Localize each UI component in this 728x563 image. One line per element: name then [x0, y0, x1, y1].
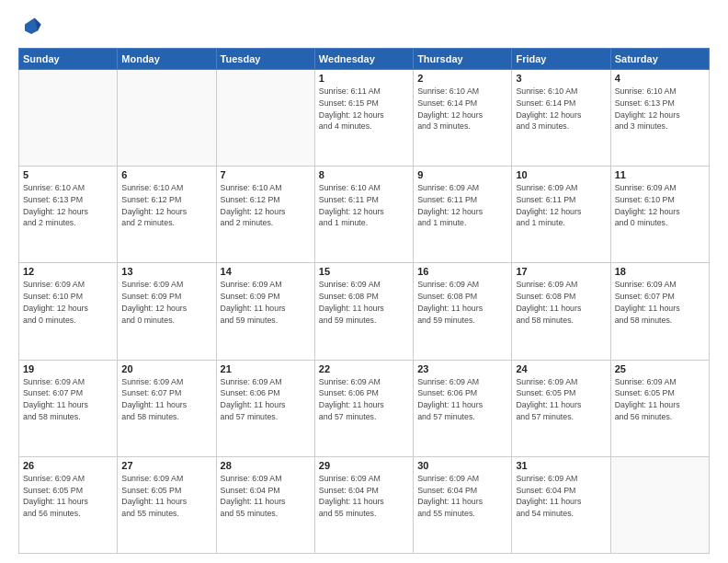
day-number: 31 [516, 460, 606, 471]
day-info: Sunrise: 6:09 AM Sunset: 6:06 PM Dayligh… [417, 376, 507, 423]
day-number: 12 [23, 266, 113, 277]
day-number: 16 [417, 266, 507, 277]
calendar-cell: 6Sunrise: 6:10 AM Sunset: 6:12 PM Daylig… [118, 167, 216, 263]
day-info: Sunrise: 6:10 AM Sunset: 6:12 PM Dayligh… [121, 182, 211, 229]
day-number: 29 [319, 460, 409, 471]
calendar-week-3: 19Sunrise: 6:09 AM Sunset: 6:07 PM Dayli… [19, 360, 710, 456]
calendar-cell: 29Sunrise: 6:09 AM Sunset: 6:04 PM Dayli… [314, 456, 413, 553]
day-info: Sunrise: 6:09 AM Sunset: 6:07 PM Dayligh… [23, 376, 113, 423]
calendar-cell: 27Sunrise: 6:09 AM Sunset: 6:05 PM Dayli… [118, 456, 216, 553]
calendar-cell [216, 70, 314, 167]
day-number: 24 [516, 363, 606, 374]
calendar-cell: 31Sunrise: 6:09 AM Sunset: 6:04 PM Dayli… [512, 456, 610, 553]
logo [18, 15, 48, 40]
calendar-cell: 13Sunrise: 6:09 AM Sunset: 6:09 PM Dayli… [118, 263, 216, 360]
calendar-cell: 1Sunrise: 6:11 AM Sunset: 6:15 PM Daylig… [314, 70, 413, 167]
weekday-header-sunday: Sunday [19, 49, 118, 70]
day-info: Sunrise: 6:10 AM Sunset: 6:11 PM Dayligh… [319, 182, 409, 229]
day-info: Sunrise: 6:09 AM Sunset: 6:10 PM Dayligh… [23, 279, 113, 326]
day-number: 3 [516, 73, 606, 84]
day-number: 8 [319, 169, 409, 180]
day-info: Sunrise: 6:10 AM Sunset: 6:13 PM Dayligh… [615, 86, 705, 132]
day-number: 23 [417, 363, 507, 374]
day-number: 27 [121, 460, 211, 471]
calendar-cell: 26Sunrise: 6:09 AM Sunset: 6:05 PM Dayli… [19, 456, 118, 553]
day-info: Sunrise: 6:09 AM Sunset: 6:06 PM Dayligh… [221, 376, 311, 423]
calendar-cell: 3Sunrise: 6:10 AM Sunset: 6:14 PM Daylig… [512, 70, 610, 167]
day-info: Sunrise: 6:11 AM Sunset: 6:15 PM Dayligh… [319, 86, 409, 132]
day-info: Sunrise: 6:09 AM Sunset: 6:05 PM Dayligh… [615, 376, 705, 423]
calendar-week-0: 1Sunrise: 6:11 AM Sunset: 6:15 PM Daylig… [19, 70, 710, 167]
calendar-cell: 2Sunrise: 6:10 AM Sunset: 6:14 PM Daylig… [414, 70, 512, 167]
day-info: Sunrise: 6:09 AM Sunset: 6:04 PM Dayligh… [516, 473, 606, 520]
calendar-cell: 7Sunrise: 6:10 AM Sunset: 6:12 PM Daylig… [216, 167, 314, 263]
day-info: Sunrise: 6:10 AM Sunset: 6:12 PM Dayligh… [221, 182, 311, 229]
calendar-week-4: 26Sunrise: 6:09 AM Sunset: 6:05 PM Dayli… [19, 456, 710, 553]
day-info: Sunrise: 6:10 AM Sunset: 6:14 PM Dayligh… [516, 86, 606, 132]
day-info: Sunrise: 6:09 AM Sunset: 6:07 PM Dayligh… [121, 376, 211, 423]
calendar-cell: 16Sunrise: 6:09 AM Sunset: 6:08 PM Dayli… [414, 263, 512, 360]
day-info: Sunrise: 6:09 AM Sunset: 6:05 PM Dayligh… [23, 473, 113, 520]
calendar-cell: 28Sunrise: 6:09 AM Sunset: 6:04 PM Dayli… [216, 456, 314, 553]
day-info: Sunrise: 6:10 AM Sunset: 6:13 PM Dayligh… [23, 182, 113, 229]
day-number: 9 [417, 169, 507, 180]
header [18, 15, 710, 40]
day-number: 20 [121, 363, 211, 374]
day-number: 17 [516, 266, 606, 277]
day-info: Sunrise: 6:09 AM Sunset: 6:05 PM Dayligh… [516, 376, 606, 423]
day-info: Sunrise: 6:09 AM Sunset: 6:10 PM Dayligh… [615, 182, 705, 229]
calendar-table: SundayMondayTuesdayWednesdayThursdayFrid… [18, 48, 710, 554]
calendar-cell [19, 70, 118, 167]
day-info: Sunrise: 6:09 AM Sunset: 6:04 PM Dayligh… [417, 473, 507, 520]
calendar-cell: 5Sunrise: 6:10 AM Sunset: 6:13 PM Daylig… [19, 167, 118, 263]
day-number: 11 [615, 169, 705, 180]
calendar-cell: 17Sunrise: 6:09 AM Sunset: 6:08 PM Dayli… [512, 263, 610, 360]
calendar-cell: 22Sunrise: 6:09 AM Sunset: 6:06 PM Dayli… [314, 360, 413, 456]
calendar-cell: 25Sunrise: 6:09 AM Sunset: 6:05 PM Dayli… [610, 360, 709, 456]
calendar-cell: 8Sunrise: 6:10 AM Sunset: 6:11 PM Daylig… [314, 167, 413, 263]
calendar-cell: 21Sunrise: 6:09 AM Sunset: 6:06 PM Dayli… [216, 360, 314, 456]
weekday-header-thursday: Thursday [414, 49, 512, 70]
day-number: 4 [615, 73, 705, 84]
day-number: 22 [319, 363, 409, 374]
weekday-header-tuesday: Tuesday [216, 49, 314, 70]
day-info: Sunrise: 6:09 AM Sunset: 6:11 PM Dayligh… [516, 182, 606, 229]
weekday-row: SundayMondayTuesdayWednesdayThursdayFrid… [19, 49, 710, 70]
day-number: 6 [121, 169, 211, 180]
day-info: Sunrise: 6:09 AM Sunset: 6:06 PM Dayligh… [319, 376, 409, 423]
calendar-cell: 11Sunrise: 6:09 AM Sunset: 6:10 PM Dayli… [610, 167, 709, 263]
day-number: 30 [417, 460, 507, 471]
calendar-cell: 30Sunrise: 6:09 AM Sunset: 6:04 PM Dayli… [414, 456, 512, 553]
day-number: 1 [319, 73, 409, 84]
weekday-header-wednesday: Wednesday [314, 49, 413, 70]
day-info: Sunrise: 6:09 AM Sunset: 6:09 PM Dayligh… [221, 279, 311, 326]
day-number: 21 [221, 363, 311, 374]
logo-icon [18, 15, 44, 40]
weekday-header-monday: Monday [118, 49, 216, 70]
calendar-cell: 24Sunrise: 6:09 AM Sunset: 6:05 PM Dayli… [512, 360, 610, 456]
calendar-cell: 9Sunrise: 6:09 AM Sunset: 6:11 PM Daylig… [414, 167, 512, 263]
page: SundayMondayTuesdayWednesdayThursdayFrid… [0, 0, 728, 563]
day-number: 25 [615, 363, 705, 374]
day-info: Sunrise: 6:09 AM Sunset: 6:04 PM Dayligh… [319, 473, 409, 520]
day-number: 5 [23, 169, 113, 180]
day-number: 10 [516, 169, 606, 180]
calendar-cell: 10Sunrise: 6:09 AM Sunset: 6:11 PM Dayli… [512, 167, 610, 263]
day-number: 18 [615, 266, 705, 277]
day-info: Sunrise: 6:09 AM Sunset: 6:08 PM Dayligh… [417, 279, 507, 326]
day-number: 19 [23, 363, 113, 374]
calendar-body: 1Sunrise: 6:11 AM Sunset: 6:15 PM Daylig… [19, 70, 710, 554]
calendar-cell: 14Sunrise: 6:09 AM Sunset: 6:09 PM Dayli… [216, 263, 314, 360]
day-info: Sunrise: 6:10 AM Sunset: 6:14 PM Dayligh… [417, 86, 507, 132]
calendar-cell [610, 456, 709, 553]
weekday-header-friday: Friday [512, 49, 610, 70]
weekday-header-saturday: Saturday [610, 49, 709, 70]
day-number: 2 [417, 73, 507, 84]
day-number: 28 [221, 460, 311, 471]
calendar-week-2: 12Sunrise: 6:09 AM Sunset: 6:10 PM Dayli… [19, 263, 710, 360]
calendar-cell [118, 70, 216, 167]
calendar-cell: 19Sunrise: 6:09 AM Sunset: 6:07 PM Dayli… [19, 360, 118, 456]
day-info: Sunrise: 6:09 AM Sunset: 6:05 PM Dayligh… [121, 473, 211, 520]
day-number: 26 [23, 460, 113, 471]
calendar-week-1: 5Sunrise: 6:10 AM Sunset: 6:13 PM Daylig… [19, 167, 710, 263]
